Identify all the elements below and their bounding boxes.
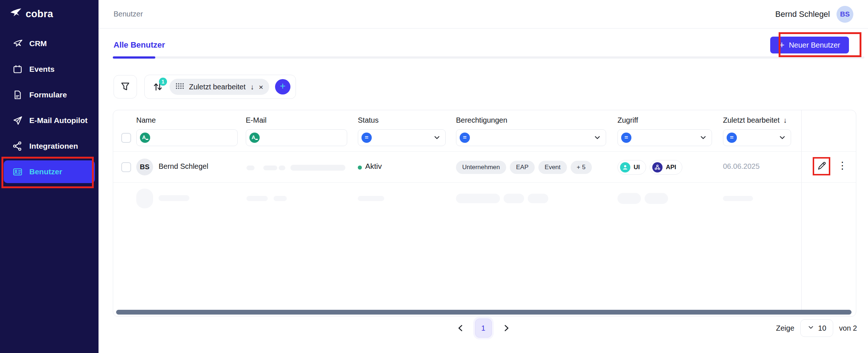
edit-row-button[interactable] bbox=[816, 160, 828, 172]
sidebar-item-label: Integrationen bbox=[29, 142, 78, 151]
chevron-down-icon[interactable] bbox=[778, 134, 786, 142]
sort-direction-icon[interactable]: ↓ bbox=[251, 83, 254, 91]
avatar[interactable]: BS bbox=[837, 6, 853, 23]
chevron-down-icon[interactable] bbox=[433, 134, 441, 142]
sort-controls: 1 Zuletzt bearbeitet ↓ × + bbox=[144, 75, 296, 99]
last-edited-date: 06.06.2025 bbox=[723, 162, 760, 171]
sidebar-nav: CRM Events Formulare E-Mail Autopilot bbox=[4, 32, 95, 186]
sort-chip[interactable]: Zuletzt bearbeitet ↓ × bbox=[170, 79, 269, 95]
redacted-avatar bbox=[136, 189, 153, 208]
redacted-tag bbox=[456, 194, 500, 203]
new-user-button-label: Neuer Benutzer bbox=[789, 41, 840, 49]
ghost-row bbox=[113, 183, 856, 214]
drag-handle-icon[interactable] bbox=[175, 83, 184, 91]
sidebar-item-events[interactable]: Events bbox=[4, 58, 95, 81]
access-cell: UI API bbox=[617, 160, 682, 175]
sidebar-item-integrationen[interactable]: Integrationen bbox=[4, 135, 95, 157]
topbar-user[interactable]: Bernd Schlegel BS bbox=[775, 6, 853, 23]
api-nodes-icon bbox=[652, 162, 663, 172]
plus-icon: + bbox=[779, 40, 784, 49]
filter-input-permissions[interactable]: = bbox=[456, 129, 606, 146]
sort-count-badge: 1 bbox=[159, 78, 167, 86]
access-badge-ui: UI bbox=[617, 160, 646, 175]
redacted-tag bbox=[504, 194, 524, 203]
access-badge-label: API bbox=[666, 164, 676, 171]
column-header-last-edited[interactable]: Zuletzt bearbeitet ↓ bbox=[723, 116, 787, 125]
horizontal-scrollbar[interactable] bbox=[116, 310, 852, 315]
page-size-select[interactable]: 10 bbox=[800, 319, 833, 337]
paper-plane-icon bbox=[12, 115, 23, 126]
sidebar-item-formulare[interactable]: Formulare bbox=[4, 83, 95, 106]
table-row[interactable]: BS Bernd Schlegel Aktiv Unternehmen EAP … bbox=[113, 151, 856, 183]
funnel-icon bbox=[120, 81, 131, 93]
column-header-name[interactable]: Name bbox=[136, 116, 156, 125]
sidebar-item-label: Benutzer bbox=[29, 167, 62, 176]
filter-input-email[interactable]: A bbox=[246, 129, 347, 146]
permission-overflow-tag[interactable]: + 5 bbox=[571, 161, 592, 174]
equals-filter-icon: = bbox=[361, 133, 372, 143]
column-header-access[interactable]: Zugriff bbox=[617, 116, 638, 125]
filter-input-name[interactable]: A bbox=[136, 129, 238, 146]
page-size-control: Zeige 10 von 2 bbox=[776, 319, 857, 337]
row-checkbox[interactable] bbox=[121, 162, 131, 172]
redacted-badge bbox=[617, 193, 641, 204]
remove-sort-icon[interactable]: × bbox=[259, 83, 263, 91]
column-header-email[interactable]: E-Mail bbox=[246, 116, 267, 125]
sidebar-item-label: CRM bbox=[29, 39, 47, 48]
chevron-down-icon[interactable] bbox=[699, 134, 707, 142]
status-dot bbox=[358, 166, 362, 170]
previous-page-button[interactable] bbox=[455, 323, 466, 334]
tab-track bbox=[113, 56, 864, 59]
column-header-permissions[interactable]: Berechtigungen bbox=[456, 116, 507, 125]
add-sort-button[interactable]: + bbox=[275, 79, 290, 94]
chevron-down-icon[interactable] bbox=[593, 134, 601, 142]
tab-active-indicator bbox=[113, 56, 155, 59]
sort-chip-label: Zuletzt bearbeitet bbox=[189, 83, 246, 91]
sidebar-item-email-autopilot[interactable]: E-Mail Autopilot bbox=[4, 109, 95, 132]
sidebar-item-label: E-Mail Autopilot bbox=[29, 116, 88, 125]
sidebar-item-label: Events bbox=[29, 65, 55, 74]
filter-input-status[interactable]: = bbox=[358, 129, 446, 146]
sidebar-item-label: Formulare bbox=[29, 90, 67, 99]
redacted-badge bbox=[645, 193, 668, 204]
pencil-icon bbox=[816, 160, 827, 172]
filter-button[interactable] bbox=[114, 75, 137, 99]
main-content: Alle Benutzer + Neuer Benutzer 1 Zule bbox=[99, 29, 868, 353]
permission-tag: EAP bbox=[510, 161, 535, 174]
filter-input-access[interactable]: = bbox=[617, 129, 712, 146]
sidebar-item-benutzer[interactable]: Benutzer bbox=[4, 160, 95, 183]
pagination: 1 bbox=[455, 319, 512, 338]
brand-name: cobra bbox=[26, 8, 53, 20]
column-header-last-edited-label: Zuletzt bearbeitet bbox=[723, 116, 780, 125]
user-icon bbox=[620, 162, 630, 172]
topbar: Benutzer Bernd Schlegel BS bbox=[99, 0, 868, 29]
tab-alle-benutzer[interactable]: Alle Benutzer bbox=[114, 40, 165, 50]
chevron-down-icon bbox=[807, 324, 815, 333]
new-user-button[interactable]: + Neuer Benutzer bbox=[770, 37, 849, 53]
status-badge: Aktiv bbox=[365, 162, 382, 171]
sidebar: cobra CRM Events Formulare bbox=[0, 0, 99, 353]
row-avatar: BS bbox=[136, 159, 153, 175]
page-size-label: Zeige bbox=[776, 324, 794, 332]
sidebar-item-crm[interactable]: CRM bbox=[4, 32, 95, 55]
page-button-1[interactable]: 1 bbox=[475, 319, 492, 338]
row-menu-button[interactable]: ⋮ bbox=[837, 158, 848, 173]
text-contains-filter-icon: A bbox=[140, 133, 150, 143]
sort-desc-icon[interactable]: ↓ bbox=[783, 116, 787, 125]
redacted-text bbox=[274, 196, 287, 201]
crm-icon bbox=[12, 38, 23, 49]
column-header-status[interactable]: Status bbox=[358, 116, 379, 125]
equals-filter-icon: = bbox=[621, 133, 631, 143]
select-all-checkbox[interactable] bbox=[121, 133, 131, 143]
filter-input-last-edited[interactable]: = bbox=[723, 129, 791, 146]
row-name: Bernd Schlegel bbox=[159, 162, 208, 171]
permissions-cell: Unternehmen EAP Event + 5 bbox=[456, 161, 592, 174]
app-root: cobra CRM Events Formulare bbox=[0, 0, 868, 353]
sort-arrows-icon[interactable]: 1 bbox=[152, 81, 164, 93]
email-redacted bbox=[263, 166, 277, 170]
redacted-text bbox=[723, 196, 753, 201]
access-badge-api: API bbox=[650, 160, 682, 175]
next-page-button[interactable] bbox=[501, 323, 512, 334]
redacted-tag bbox=[528, 194, 548, 203]
email-redacted bbox=[290, 165, 345, 171]
